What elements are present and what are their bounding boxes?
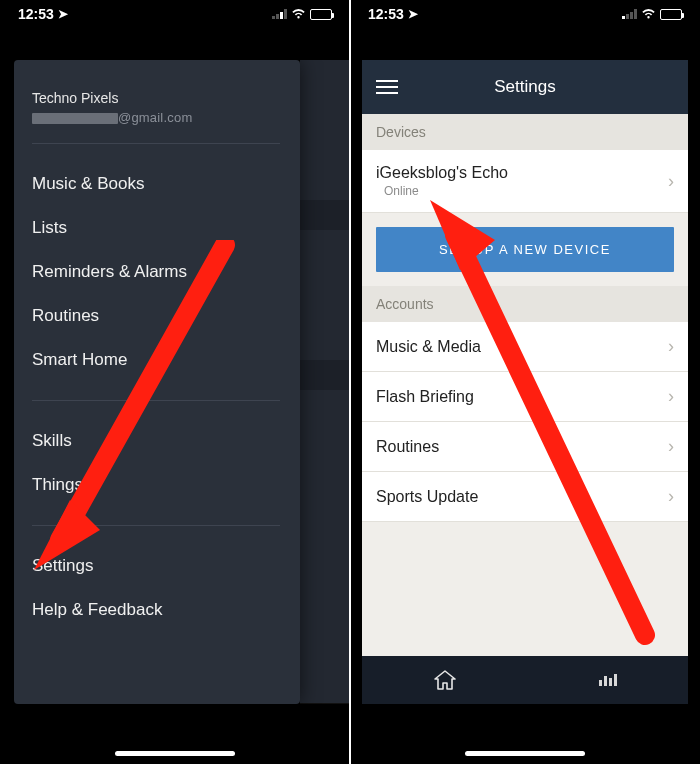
status-bar: 12:53 ➤	[0, 0, 350, 28]
screen-left-sidebar: 12:53 ➤ Techno Pixels @gmail.com Music &…	[0, 0, 350, 764]
divider	[32, 400, 280, 401]
row-flash-briefing[interactable]: Flash Briefing ›	[362, 372, 688, 422]
settings-page: Settings Devices iGeeksblog's Echo Onlin…	[362, 60, 688, 704]
wifi-icon	[641, 7, 656, 22]
wifi-icon	[291, 7, 306, 22]
chevron-right-icon: ›	[668, 436, 674, 457]
menu-group-1: Music & Books Lists Reminders & Alarms R…	[32, 162, 280, 382]
row-music-media[interactable]: Music & Media ›	[362, 322, 688, 372]
menu-skills[interactable]: Skills	[32, 419, 280, 463]
sidebar-menu: Techno Pixels @gmail.com Music & Books L…	[14, 60, 300, 704]
menu-reminders-alarms[interactable]: Reminders & Alarms	[32, 250, 280, 294]
section-accounts: Accounts	[362, 286, 688, 322]
device-name: iGeeksblog's Echo	[376, 164, 508, 182]
page-title: Settings	[362, 77, 688, 97]
chevron-right-icon: ›	[668, 386, 674, 407]
profile-name: Techno Pixels	[32, 90, 280, 106]
menu-lists[interactable]: Lists	[32, 206, 280, 250]
signal-icon	[622, 9, 637, 19]
screen-right-settings: 12:53 ➤ Settings Devices iGeeksblog's Ec…	[350, 0, 700, 764]
home-indicator[interactable]	[115, 751, 235, 756]
status-time: 12:53	[18, 6, 54, 22]
background-panel	[300, 60, 350, 704]
redacted-email-prefix	[32, 113, 118, 124]
location-icon: ➤	[58, 7, 68, 21]
row-sports-update[interactable]: Sports Update ›	[362, 472, 688, 522]
menu-settings[interactable]: Settings	[32, 544, 280, 588]
profile-email: @gmail.com	[32, 110, 280, 125]
settings-header: Settings	[362, 60, 688, 114]
battery-icon	[660, 9, 682, 20]
status-time: 12:53	[368, 6, 404, 22]
hamburger-icon[interactable]	[376, 76, 398, 98]
image-divider	[349, 0, 351, 764]
divider	[32, 525, 280, 526]
divider	[32, 143, 280, 144]
chevron-right-icon: ›	[668, 336, 674, 357]
device-status: Online	[384, 184, 508, 198]
chevron-right-icon: ›	[668, 171, 674, 192]
bottom-nav	[362, 656, 688, 704]
menu-help-feedback[interactable]: Help & Feedback	[32, 588, 280, 632]
menu-group-3: Settings Help & Feedback	[32, 544, 280, 632]
home-icon[interactable]	[434, 670, 456, 690]
signal-icon	[272, 9, 287, 19]
status-bar: 12:53 ➤	[350, 0, 700, 28]
menu-smart-home[interactable]: Smart Home	[32, 338, 280, 382]
battery-icon	[310, 9, 332, 20]
menu-group-2: Skills Things ry	[32, 419, 280, 507]
chevron-right-icon: ›	[668, 486, 674, 507]
setup-device-button[interactable]: SET UP A NEW DEVICE	[376, 227, 674, 272]
section-devices: Devices	[362, 114, 688, 150]
device-row[interactable]: iGeeksblog's Echo Online ›	[362, 150, 688, 213]
menu-routines[interactable]: Routines	[32, 294, 280, 338]
menu-things-to-try[interactable]: Things ry	[32, 463, 280, 507]
menu-music-books[interactable]: Music & Books	[32, 162, 280, 206]
now-playing-icon[interactable]	[599, 674, 617, 686]
home-indicator[interactable]	[465, 751, 585, 756]
location-icon: ➤	[408, 7, 418, 21]
row-routines[interactable]: Routines ›	[362, 422, 688, 472]
